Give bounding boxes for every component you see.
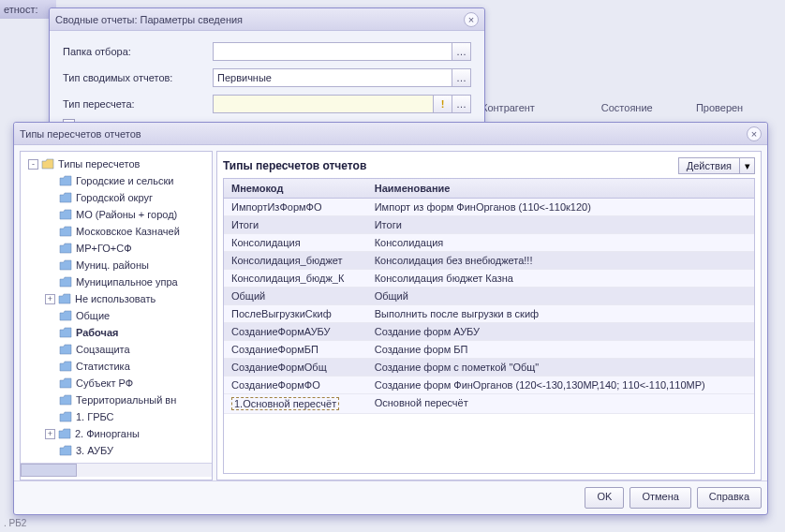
tree-item[interactable]: Соцзащита [22,341,210,358]
table-row[interactable]: Консолидация_бюджетКонсолидация без внеб… [224,252,754,270]
actions-button[interactable]: Действия ▾ [678,157,755,174]
dialog-button-bar: OK Отмена Справка [14,480,767,514]
tree-item[interactable]: Московское Казначей [22,223,210,240]
col-name[interactable]: Наименование [367,179,754,199]
folder-icon [59,310,72,321]
bg-columns: Контрагент Состояние Проверен [476,94,785,122]
table-row[interactable]: Консолидация_бюдж_ККонсолидация бюджет К… [224,270,754,288]
col-mnemocode[interactable]: Мнемокод [224,179,367,199]
recalc-type-label: Тип пересчета: [63,98,213,110]
folder-icon [59,209,72,220]
table-row[interactable]: ИмпортИзФормФОИмпорт из форм ФинОрганов … [224,199,754,216]
panel-title: Типы пересчетов отчетов [223,159,366,172]
tree-item[interactable]: Муниц. районы [22,257,210,273]
cell-name: Итоги [367,216,754,234]
recalc-browse-button[interactable]: … [452,95,471,113]
cell-mnemocode: Консолидация_бюдж_К [224,270,367,288]
cell-mnemocode: Консолидация_бюджет [224,252,367,270]
tree-item-label: Городской округ [76,192,153,203]
recalc-table: Мнемокод Наименование ИмпортИзФормФОИмпо… [224,179,754,414]
table-row[interactable]: СозданиеФормБПСоздание форм БП [224,341,754,359]
tree-item[interactable]: Субъект РФ [22,375,210,392]
cell-name: Создание форм с пометкой "Общ" [367,359,754,377]
tree-item-label: Статистика [76,361,130,372]
table-row[interactable]: 1.Основной пересчётОсновной пересчёт [224,394,754,414]
table-row[interactable]: СозданиеФормАУБУСоздание форм АУБУ [224,323,754,341]
tree-item-label: МР+ГО+СФ [76,243,132,254]
folder-icon [59,175,72,186]
tree-panel: -Типы пересчетовГородские и сельскиГород… [20,151,213,480]
table-panel: Типы пересчетов отчетов Действия ▾ Мнемо… [216,151,762,480]
tree-item[interactable]: Городской округ [22,189,210,206]
cell-name: Консолидация без внебюджета!!! [367,252,754,270]
table-row[interactable]: СозданиеФормОбщСоздание форм с пометкой … [224,359,754,377]
table-row[interactable]: СозданиеФормФОСоздание форм ФинОрганов (… [224,377,754,394]
cell-name: Создание форм БП [367,341,754,359]
folder-icon [59,344,72,355]
tree-item[interactable]: Статистика [22,358,210,375]
cell-mnemocode: Общий [224,288,367,305]
cell-name: Основной пересчёт [367,394,754,414]
folder-icon [59,411,72,422]
tree-item[interactable]: Муниципальное упра [22,273,210,290]
report-type-browse-button[interactable]: … [452,68,471,87]
tree-item[interactable]: МР+ГО+СФ [22,240,210,257]
chevron-down-icon[interactable]: ▾ [740,157,755,174]
ok-button[interactable]: OK [585,487,624,509]
tree-item[interactable]: Рабочая [22,324,210,341]
close-icon[interactable]: × [464,12,479,27]
table-row[interactable]: ОбщийОбщий [224,288,754,305]
types-dialog-title: Типы пересчетов отчетов [20,128,141,140]
cell-mnemocode: СозданиеФормФО [224,377,367,394]
folder-icon [58,293,71,304]
tree-item-label: Муниципальное упра [76,276,178,288]
report-type-label: Тип сводимых отчетов: [63,72,213,83]
tree-item[interactable]: Городские и сельски [22,172,210,189]
table-row[interactable]: ПослеВыгрузкиСкифВыполнить после выгрузк… [224,305,754,323]
tree-item[interactable]: 3. АУБУ [22,442,210,459]
cell-mnemocode: 1.Основной пересчёт [224,394,367,414]
folder-icon [59,276,72,288]
help-button[interactable]: Справка [697,487,762,509]
tree-item-label: Территориальный вн [76,394,176,406]
tree-item-label: 1. ГРБС [76,411,114,422]
cell-mnemocode: ИмпортИзФормФО [224,199,367,216]
folder-icon [59,327,72,338]
tree-item[interactable]: МО (Районы + город) [22,206,210,223]
folder-label: Папка отбора: [63,46,213,57]
folder-icon [59,243,72,254]
tree-item-label: Субъект РФ [76,377,133,389]
tree-item-label: Московское Казначей [76,226,180,237]
cell-mnemocode: СозданиеФормБП [224,341,367,359]
close-icon[interactable]: × [747,126,762,141]
warning-icon[interactable]: ! [434,95,452,113]
tree-hscrollbar[interactable] [21,463,212,477]
tree-item[interactable]: 1. ГРБС [22,408,210,425]
folder-browse-button[interactable]: … [452,42,471,61]
params-dialog-titlebar[interactable]: Сводные отчеты: Параметры сведения × [50,8,484,31]
folder-input[interactable] [213,42,452,61]
report-type-input[interactable] [213,68,452,87]
table-row[interactable]: ИтогиИтоги [224,216,754,234]
expand-icon[interactable]: + [45,429,55,439]
folder-icon [59,192,72,203]
expand-icon[interactable]: + [45,294,55,304]
tree-item-label: Рабочая [76,327,118,338]
cell-mnemocode: СозданиеФормАУБУ [224,323,367,341]
tree-item[interactable]: Общие [22,307,210,324]
recalc-type-input[interactable] [213,95,434,113]
table-row[interactable]: КонсолидацияКонсолидация [224,234,754,252]
collapse-icon[interactable]: - [28,159,38,170]
tree-item-label: МО (Районы + город) [76,209,177,220]
tree-item[interactable]: +2. Финорганы [22,425,210,442]
tree-item[interactable]: Территориальный вн [22,392,210,408]
tree-root[interactable]: -Типы пересчетов [22,155,210,172]
cell-mnemocode: Итоги [224,216,367,234]
tree-item[interactable]: +Не использовать [22,290,210,307]
cell-name: Консолидация бюджет Казна [367,270,754,288]
folder-icon [41,158,54,170]
tree-item-label: Общие [76,310,110,321]
types-dialog-titlebar[interactable]: Типы пересчетов отчетов × [14,123,767,145]
tree-item-label: Городские и сельски [76,175,173,186]
cancel-button[interactable]: Отмена [629,487,690,509]
